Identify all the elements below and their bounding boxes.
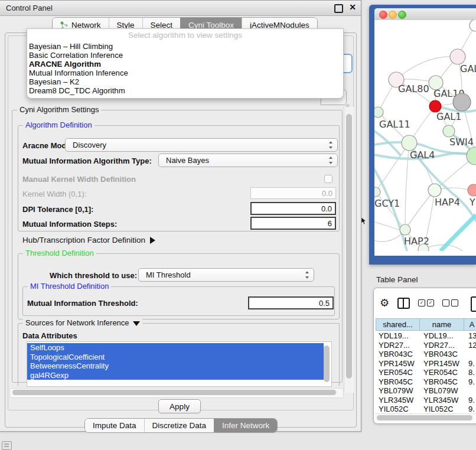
palette-mini-icon[interactable] — [2, 441, 12, 450]
table-cell: YBR043C — [422, 350, 467, 359]
algorithm-option[interactable]: Dream8 DC_TDC Algorithm — [27, 86, 343, 95]
settings-horizontal-scrollbar[interactable] — [9, 388, 344, 398]
manual-kernel-checkbox[interactable] — [324, 175, 332, 183]
sources-group-title[interactable]: Sources for Network Inference — [23, 318, 142, 327]
network-node[interactable] — [418, 244, 429, 251]
network-edge[interactable] — [405, 190, 435, 230]
network-node-hap4[interactable] — [428, 184, 441, 197]
data-attributes-listbox[interactable]: SelfLoopsTopologicalCoefficientBetweenne… — [27, 341, 332, 387]
algorithm-option[interactable]: ARACNE Algorithm — [27, 60, 343, 69]
dpi-tolerance-label: DPI Tolerance [0,1]: — [22, 205, 93, 214]
mi-threshold-label: Mutual Information Threshold: — [27, 299, 138, 308]
network-node-gcy1[interactable] — [374, 187, 380, 197]
network-edge[interactable] — [441, 215, 476, 251]
network-node-y[interactable] — [468, 184, 476, 196]
network-node-gal4[interactable] — [402, 135, 417, 151]
bottom-tab-infer-network[interactable]: Infer Network — [214, 419, 277, 432]
table-cell: 9. — [467, 405, 476, 414]
mi-steps-value: 6 — [328, 219, 332, 228]
network-edge[interactable] — [376, 143, 409, 192]
hub-definition-toggle[interactable]: Hub/Transcription Factor Definition — [22, 236, 155, 244]
network-canvas[interactable]: GAL7GAL80GAL10GAL1GAL11SWI4GAL4HAP4YGCY1… — [374, 20, 476, 251]
float-window-icon[interactable] — [334, 4, 343, 13]
kernel-width-label: Kernel Width (0,1): — [22, 190, 86, 198]
bottom-tab-impute-data[interactable]: Impute Data — [85, 419, 144, 432]
network-edge[interactable] — [396, 57, 458, 80]
network-edge[interactable] — [405, 143, 409, 230]
algorithm-placeholder: Select algorithm to view settings — [27, 31, 343, 40]
table-horizontal-scrollbar[interactable] — [375, 413, 476, 422]
network-node-gal1[interactable] — [429, 100, 441, 112]
node-label: GAL7 — [460, 63, 476, 74]
network-node-swi4[interactable] — [443, 125, 455, 137]
attribute-item[interactable]: gal4RGexp — [27, 371, 324, 380]
table-cell: 8. — [467, 368, 476, 377]
table-row[interactable]: YBR043CYBR043C — [376, 350, 476, 359]
table-header: shared...nameA — [376, 318, 476, 331]
attribute-item[interactable]: TopologicalCoefficient — [27, 353, 324, 362]
screen: Control Panel ✕ NetworkStyleSelectCyni T… — [0, 0, 476, 450]
bottom-tab-discretize-data[interactable]: Discretize Data — [144, 419, 214, 432]
algorithm-option[interactable]: Mutual Information Inference — [27, 69, 343, 77]
columns-icon[interactable] — [397, 298, 410, 309]
node-label: GCY1 — [374, 198, 400, 209]
column-header[interactable]: shared... — [376, 318, 420, 331]
table-rows: YDL19...YDL19...13YDR27...YDR27...12YBR0… — [376, 331, 476, 414]
table-horizontal-scrollbar-thumb[interactable] — [377, 415, 472, 420]
table-doc-icon[interactable] — [471, 296, 476, 312]
apply-button-label: Apply — [169, 402, 190, 411]
column-header[interactable]: A — [464, 318, 476, 331]
algorithm-option[interactable]: Bayesian – K2 — [27, 77, 343, 86]
mi-type-select[interactable]: Naive Bayes — [158, 154, 338, 167]
table-row[interactable]: YER054CYER054C8. — [376, 368, 476, 377]
table-row[interactable]: YBR045CYBR045C9. — [376, 377, 476, 387]
table-cell — [467, 386, 476, 396]
node-label: GAL1 — [436, 111, 461, 122]
table-row[interactable]: YIL052CYIL052C9. — [376, 405, 476, 414]
network-node-gal7[interactable] — [450, 49, 465, 64]
network-node-hap2[interactable] — [400, 224, 410, 235]
dpi-tolerance-field[interactable]: 0.0 — [250, 202, 336, 215]
zoom-traffic-light-icon[interactable] — [398, 11, 406, 19]
minimize-traffic-light-icon[interactable] — [389, 11, 397, 19]
algorithm-option[interactable]: Basic Correlation Inference — [27, 51, 343, 60]
control-panel-window: Control Panel ✕ NetworkStyleSelectCyni T… — [0, 0, 361, 432]
settings-horizontal-scrollbar-thumb[interactable] — [12, 390, 336, 395]
network-node[interactable] — [470, 20, 476, 31]
table-row[interactable]: YLR345WYLR345W9. — [376, 396, 476, 405]
attribute-item[interactable]: SelfLoops — [27, 343, 324, 353]
kernel-width-value: 0.0 — [322, 189, 332, 198]
table-row[interactable]: YBL079WYBL079W — [376, 386, 476, 396]
mi-steps-field[interactable]: 6 — [250, 217, 336, 230]
stepper-arrows-icon — [328, 141, 333, 149]
table-toolbar: ⚙ ✓✓ — [374, 288, 476, 318]
close-traffic-light-icon[interactable] — [379, 11, 387, 19]
table-cell: YLR345W — [376, 396, 422, 405]
column-header[interactable]: name — [420, 318, 464, 331]
attribute-item[interactable]: BetweennessCentrality — [27, 361, 324, 371]
table-row[interactable]: YPR145WYPR145W9. — [376, 359, 476, 369]
table-row[interactable]: YDL19...YDL19...13 — [376, 331, 476, 341]
kernel-width-field: 0.0 — [250, 187, 336, 199]
attributes-scrollbar-thumb[interactable] — [324, 345, 330, 382]
aracne-mode-select[interactable]: Discovery — [65, 138, 338, 152]
algorithm-option[interactable]: Bayesian – Hill Climbing — [27, 42, 343, 51]
table-row[interactable]: YDR27...YDR27...12 — [376, 341, 476, 350]
settings-vertical-scrollbar[interactable] — [344, 107, 354, 393]
apply-button[interactable]: Apply — [158, 399, 201, 413]
close-icon[interactable]: ✕ — [349, 2, 356, 12]
network-node[interactable] — [453, 93, 471, 111]
gear-icon[interactable]: ⚙ — [380, 296, 389, 309]
table-cell: YIL052C — [422, 405, 467, 414]
which-threshold-select[interactable]: MI Threshold — [138, 268, 314, 282]
table-cell: YPR145W — [376, 359, 422, 369]
table-cell: YLR345W — [422, 396, 467, 405]
network-node-gal11[interactable] — [374, 107, 383, 118]
clear-all-checks-icon[interactable] — [442, 299, 458, 306]
select-all-checks-icon[interactable]: ✓✓ — [418, 299, 434, 306]
settings-vertical-scrollbar-thumb[interactable] — [346, 114, 352, 379]
mi-threshold-field[interactable]: 0.5 — [248, 296, 334, 309]
network-edge[interactable] — [374, 233, 403, 242]
network-window-titlebar[interactable] — [374, 8, 476, 21]
which-threshold-value: MI Threshold — [146, 270, 191, 279]
